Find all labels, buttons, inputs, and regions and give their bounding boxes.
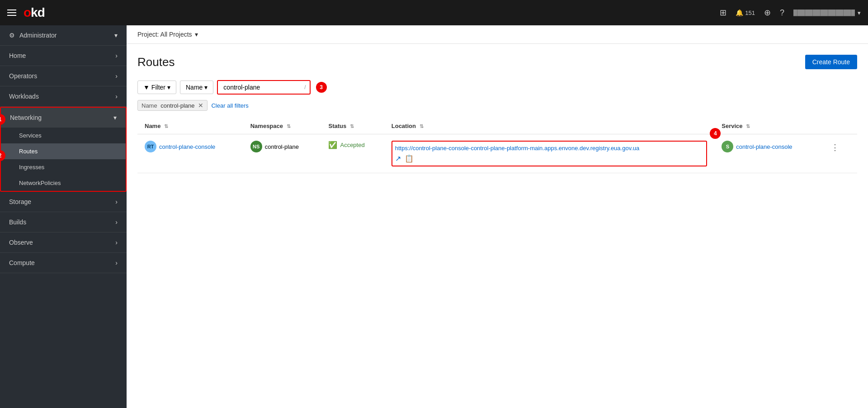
row-location-cell: https://control-plane-console-control-pl…: [384, 134, 715, 173]
grid-icon[interactable]: ⊞: [720, 8, 726, 18]
annotation-3: 3: [316, 82, 327, 93]
content-area: Project: All Projects ▾ Routes Create Ro…: [127, 25, 868, 408]
sidebar-item-builds[interactable]: Builds ›: [0, 212, 127, 232]
sidebar-item-compute[interactable]: Compute ›: [0, 253, 127, 273]
sidebar-item-observe[interactable]: Observe ›: [0, 232, 127, 252]
filter-dropdown-icon: ▾: [167, 84, 170, 91]
active-filters: Name control-plane ✕ Clear all filters: [137, 100, 857, 111]
sidebar-ingresses-label: Ingresses: [19, 164, 44, 171]
service-name-link[interactable]: control-plane-console: [736, 143, 792, 150]
sidebar-item-storage[interactable]: Storage ›: [0, 192, 127, 212]
filter-tag-name: Name control-plane ✕: [137, 100, 208, 111]
user-label: ████████████████: [793, 9, 855, 16]
sidebar-item-workloads[interactable]: Workloads ›: [0, 86, 127, 106]
open-location-icon[interactable]: ↗: [395, 154, 401, 163]
sidebar-observe-arrow: ›: [115, 239, 118, 246]
sort-name-icon[interactable]: ⇅: [164, 123, 168, 129]
col-name: Name ⇅: [137, 118, 243, 134]
sidebar-observe-label: Observe: [9, 239, 33, 246]
logo: okd: [24, 5, 45, 20]
sidebar-section-compute: Compute ›: [0, 253, 127, 273]
sidebar-section-observe: Observe ›: [0, 232, 127, 253]
row-status-cell: ✅ Accepted: [321, 134, 384, 173]
hamburger-menu[interactable]: [7, 9, 16, 16]
bell-count: 151: [745, 9, 755, 16]
row-service-cell: S control-plane-console: [714, 134, 820, 173]
sidebar-networking-sub: Services Routes Ingresses NetworkPolicie…: [1, 128, 126, 191]
route-name: control-plane-console: [159, 143, 215, 150]
sidebar-compute-label: Compute: [9, 259, 35, 266]
filter-label: Filter: [151, 84, 165, 91]
location-icons: ↗ 📋: [395, 154, 704, 163]
sidebar-networking-label: Networking: [10, 114, 42, 121]
namespace-badge: NS: [250, 141, 262, 152]
page-header: Routes Create Route: [137, 55, 857, 69]
filter-button[interactable]: ▼ Filter ▾: [137, 81, 176, 94]
row-namespace-cell: NS control-plane: [243, 134, 321, 173]
sidebar-item-services[interactable]: Services: [1, 128, 126, 143]
page-title: Routes: [137, 55, 175, 69]
add-icon[interactable]: ⊕: [764, 8, 771, 18]
filter-icon: ▼: [143, 84, 150, 91]
sidebar-item-operators[interactable]: Operators ›: [0, 66, 127, 86]
sort-status-icon[interactable]: ⇅: [350, 123, 354, 129]
route-badge: RT: [145, 141, 156, 152]
location-url[interactable]: https://control-plane-console-control-pl…: [395, 144, 704, 152]
sidebar-routes-label: Routes: [19, 148, 38, 155]
help-icon[interactable]: ?: [780, 8, 784, 18]
sidebar-item-routes[interactable]: Routes: [1, 143, 126, 159]
filter-tag-label: Name: [142, 102, 157, 109]
sidebar-item-networking[interactable]: Networking ▾: [1, 108, 126, 128]
project-chevron-icon: ▾: [195, 31, 198, 38]
name-select[interactable]: Name ▾: [180, 81, 213, 94]
col-namespace: Namespace ⇅: [243, 118, 321, 134]
filter-tag-value: control-plane: [159, 102, 195, 109]
sidebar-section-operators: Operators ›: [0, 66, 127, 86]
sidebar-builds-label: Builds: [9, 218, 26, 226]
clear-filters-link[interactable]: Clear all filters: [211, 102, 248, 109]
service-badge: S: [722, 141, 733, 152]
sidebar-home-arrow: ›: [115, 52, 118, 59]
project-selector[interactable]: Project: All Projects ▾: [137, 31, 198, 38]
sidebar-item-home[interactable]: Home ›: [0, 46, 127, 66]
filter-tag-remove[interactable]: ✕: [198, 102, 203, 109]
col-status: Status ⇅: [321, 118, 384, 134]
sidebar-networking-arrow: ▾: [113, 114, 117, 121]
sidebar-section-home: Home ›: [0, 46, 127, 66]
user-chevron-icon: ▾: [858, 9, 861, 16]
header-right: ⊞ 🔔 151 ⊕ ? ████████████████ ▾: [720, 8, 861, 18]
status-value: Accepted: [340, 142, 364, 148]
sidebar-item-networkpolicies[interactable]: NetworkPolicies: [1, 175, 126, 191]
search-slash: /: [304, 84, 306, 90]
search-input-container: /: [217, 80, 310, 95]
route-name-link[interactable]: RT control-plane-console: [145, 141, 236, 152]
sidebar-admin-row[interactable]: ⚙ Administrator ▾: [0, 25, 127, 46]
notifications[interactable]: 🔔 151: [736, 9, 755, 16]
search-input[interactable]: [222, 81, 304, 94]
gear-icon: ⚙: [9, 32, 15, 39]
bell-icon: 🔔: [736, 9, 743, 16]
sort-location-icon[interactable]: ⇅: [420, 123, 424, 129]
user-menu[interactable]: ████████████████ ▾: [793, 9, 861, 16]
admin-label: Administrator: [19, 32, 57, 39]
kebab-menu-button[interactable]: ⋮: [827, 141, 843, 154]
row-name-cell: RT control-plane-console: [137, 134, 243, 173]
sidebar-operators-label: Operators: [9, 72, 37, 80]
sidebar-operators-arrow: ›: [115, 72, 118, 80]
col-actions: [820, 118, 857, 134]
sidebar-workloads-label: Workloads: [9, 93, 39, 100]
routes-table: Name ⇅ Namespace ⇅ Status ⇅ Location: [137, 118, 857, 173]
table-row: RT control-plane-console NS control-plan…: [137, 134, 857, 173]
sidebar-services-label: Services: [19, 132, 42, 139]
sort-namespace-icon[interactable]: ⇅: [287, 123, 291, 129]
sidebar-storage-arrow: ›: [115, 198, 118, 205]
main-layout: ⚙ Administrator ▾ Home › Operators › Wor…: [0, 25, 868, 408]
project-label: Project: All Projects: [137, 31, 192, 38]
filter-row: ▼ Filter ▾ Name ▾ / 3: [137, 80, 857, 95]
sidebar-item-ingresses[interactable]: Ingresses: [1, 159, 126, 175]
create-route-button[interactable]: Create Route: [805, 55, 857, 69]
sort-service-icon[interactable]: ⇅: [746, 123, 750, 129]
page-content: Routes Create Route ▼ Filter ▾ Name ▾ /: [127, 44, 868, 184]
sidebar-compute-arrow: ›: [115, 259, 118, 266]
copy-location-icon[interactable]: 📋: [405, 154, 414, 163]
